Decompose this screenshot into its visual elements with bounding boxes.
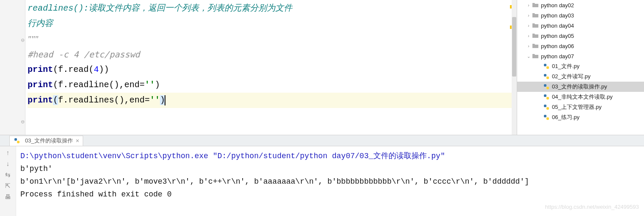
folder-label: python day03 <box>541 12 574 19</box>
run-tab-bar: 03_文件的读取操作 ✕ <box>0 135 644 146</box>
svg-rect-8 <box>544 105 546 107</box>
folder-icon <box>532 22 539 29</box>
tree-file[interactable]: 05_上下文管理器.py <box>517 102 644 112</box>
chevron-right-icon[interactable]: › <box>526 23 532 28</box>
tree-file[interactable]: 01_文件.py <box>517 61 644 71</box>
code-line-active: print(f.readlines(),end='') <box>28 93 517 108</box>
svg-rect-2 <box>544 74 546 77</box>
output-line: b'pyth' <box>20 162 640 175</box>
tree-file[interactable]: 03_文件的读取操作.py <box>517 82 644 92</box>
scrollbar-thumb[interactable] <box>512 17 516 77</box>
command-path: D:\python\student\venv\Scripts\python.ex… <box>20 152 445 160</box>
marker-bar <box>507 0 512 135</box>
close-icon[interactable]: ✕ <box>76 138 79 144</box>
svg-rect-0 <box>544 64 546 66</box>
chevron-right-icon[interactable]: › <box>526 13 532 18</box>
watermark-text: https://blog.csdn.net/weixin_42499593 <box>545 201 639 213</box>
tree-file[interactable]: 06_练习.py <box>517 112 644 122</box>
file-label: 01_文件.py <box>552 63 580 70</box>
console-output[interactable]: D:\python\student\venv\Scripts\python.ex… <box>16 146 644 216</box>
svg-rect-12 <box>14 138 17 141</box>
file-label: 06_练习.py <box>552 114 580 121</box>
soft-wrap-icon[interactable]: ⇆ <box>5 171 11 178</box>
folder-label: python day05 <box>541 33 574 39</box>
down-arrow-icon[interactable]: ↓ <box>5 160 11 167</box>
folder-icon <box>532 32 539 39</box>
svg-rect-11 <box>546 117 549 120</box>
tree-folder[interactable]: ›python day03 <box>517 10 644 20</box>
folder-icon <box>532 53 539 60</box>
folder-label: python day06 <box>541 43 574 49</box>
console-toolbar: ↑ ↓ ⇆ ⇱ 🖶 <box>0 146 16 216</box>
file-label: 03_文件的读取操作.py <box>552 83 607 91</box>
tree-folder[interactable]: ›python day04 <box>517 20 644 31</box>
svg-rect-13 <box>17 141 20 143</box>
run-tab-label: 03_文件的读取操作 <box>25 137 73 145</box>
svg-rect-10 <box>544 115 546 117</box>
svg-rect-7 <box>546 97 549 99</box>
chevron-right-icon[interactable]: › <box>526 34 532 38</box>
comment-text: #head -c 4 /etc/passwd <box>28 49 140 60</box>
docstring-end: """ <box>28 34 38 44</box>
python-file-icon <box>543 114 550 121</box>
file-label: 05_上下文管理器.py <box>552 103 602 111</box>
chevron-down-icon[interactable]: ⌄ <box>526 54 532 59</box>
editor-scrollbar[interactable] <box>512 0 517 135</box>
print-icon[interactable]: 🖶 <box>5 193 11 200</box>
editor-gutter: ⊖ ⊖ <box>0 0 25 135</box>
python-file-icon <box>543 73 550 80</box>
tree-folder[interactable]: ›python day05 <box>517 31 644 41</box>
tree-folder[interactable]: ›python day06 <box>517 41 644 51</box>
output-line: b'on1\r\n'[b'java2\r\n', b'move3\r\n', b… <box>20 175 640 188</box>
text-cursor <box>165 95 165 105</box>
python-file-icon <box>543 104 550 111</box>
chevron-right-icon[interactable]: › <box>526 3 532 8</box>
tree-folder[interactable]: ›python day02 <box>517 0 644 10</box>
file-label: 02_文件读写.py <box>552 73 591 80</box>
folder-icon <box>532 12 539 19</box>
tree-file[interactable]: 04_非纯文本文件读取.py <box>517 92 644 102</box>
code-line: print(f.read(4)) <box>28 62 517 77</box>
code-line: print(f.readline(),end='') <box>28 77 517 93</box>
exit-message: Process finished with exit code 0 <box>20 188 640 201</box>
folder-icon <box>532 2 539 9</box>
svg-rect-3 <box>546 77 549 79</box>
tree-file[interactable]: 02_文件读写.py <box>517 71 644 82</box>
python-file-icon <box>543 63 550 70</box>
chevron-right-icon[interactable]: › <box>526 44 532 48</box>
python-file-icon <box>543 94 550 100</box>
svg-rect-1 <box>546 66 549 69</box>
folder-label: python day02 <box>541 2 574 9</box>
svg-rect-5 <box>546 87 549 89</box>
python-file-icon <box>13 137 21 144</box>
folder-label: python day07 <box>541 53 574 60</box>
project-tree[interactable]: ›python day02›python day03›python day04›… <box>517 0 644 135</box>
fold-handle-icon[interactable]: ⊖ <box>20 37 25 43</box>
up-arrow-icon[interactable]: ↑ <box>5 149 11 156</box>
folder-label: python day04 <box>541 23 574 29</box>
code-editor[interactable]: ⊖ ⊖ readlines():读取文件内容，返回一个列表，列表的元素分别为文件… <box>0 0 517 135</box>
docstring-text: readlines():读取文件内容，返回一个列表，列表的元素分别为文件 <box>28 3 292 13</box>
fold-handle-icon[interactable]: ⊖ <box>20 119 25 125</box>
svg-rect-9 <box>546 107 549 110</box>
file-label: 04_非纯文本文件读取.py <box>552 93 613 101</box>
python-file-icon <box>543 83 550 90</box>
svg-rect-6 <box>544 94 546 97</box>
folder-icon <box>532 43 539 49</box>
run-tab[interactable]: 03_文件的读取操作 ✕ <box>9 136 83 146</box>
tree-folder[interactable]: ⌄python day07 <box>517 51 644 61</box>
scroll-to-end-icon[interactable]: ⇱ <box>5 182 11 189</box>
docstring-text: 行内容 <box>28 19 53 28</box>
svg-rect-4 <box>544 84 546 87</box>
